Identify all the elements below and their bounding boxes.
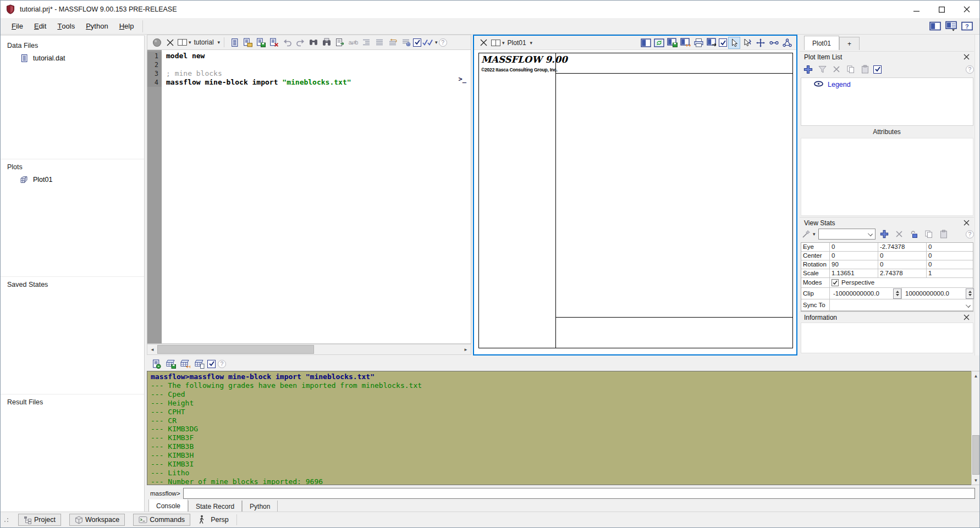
minimize-button[interactable]	[904, 1, 929, 18]
plot-item-list-help-icon[interactable]: ?	[966, 65, 974, 74]
stat-value-field[interactable]: 0	[927, 252, 973, 260]
console-input[interactable]	[183, 488, 975, 499]
stat-value-field[interactable]: 1.13651	[830, 269, 878, 278]
menu-item-file[interactable]: File	[6, 18, 29, 34]
print-plot-icon[interactable]	[692, 37, 704, 49]
find-in-files-icon[interactable]	[321, 36, 333, 48]
vscroll-up-arrow-icon[interactable]: ▲	[972, 371, 980, 380]
close-plot-pane-icon[interactable]	[477, 37, 489, 49]
export-plot-icon[interactable]	[706, 37, 718, 49]
tree-item-tutorial-dat[interactable]: tutorial.dat	[1, 52, 144, 64]
plot-item-legend-label[interactable]: Legend	[828, 81, 851, 88]
walk-mode-icon[interactable]	[198, 515, 205, 525]
rotate-mode-icon[interactable]	[781, 37, 793, 49]
plot-pane-title[interactable]: Plot01	[508, 39, 526, 47]
paste-view-icon[interactable]	[938, 228, 950, 240]
add-view-icon[interactable]	[878, 228, 890, 240]
control-panel-scrollbar[interactable]	[975, 35, 980, 355]
clip-max-spinner[interactable]	[966, 288, 974, 299]
save-plot-icon[interactable]	[666, 37, 678, 49]
stat-value-field[interactable]: -2.74378	[878, 243, 927, 252]
stat-value-field[interactable]: 0	[878, 260, 927, 269]
save-data-file-icon[interactable]	[255, 36, 267, 48]
saved-view-combobox[interactable]	[818, 229, 876, 240]
hscroll-thumb[interactable]	[157, 345, 314, 354]
editor-pane-title[interactable]: tutorial	[194, 38, 214, 46]
console-help-icon[interactable]: ?	[218, 360, 226, 368]
execute-sphere-icon[interactable]	[151, 36, 163, 48]
undo-icon[interactable]	[281, 36, 293, 48]
layout-panels-icon[interactable]	[929, 21, 941, 31]
commands-button[interactable]: Commands	[133, 514, 190, 526]
lock-view-icon[interactable]	[908, 228, 920, 240]
close-pane-icon[interactable]	[164, 36, 176, 48]
close-window-button[interactable]	[954, 1, 979, 18]
clip-min-spinner[interactable]	[893, 288, 901, 299]
split-pane-icon[interactable]: ▾	[177, 36, 191, 48]
maximize-button[interactable]	[929, 1, 954, 18]
plot-canvas[interactable]: MASSFLOW 9.00 ©2022 Itasca Consulting Gr…	[474, 50, 796, 354]
plot-item-list-close-icon[interactable]	[964, 54, 970, 60]
view-stats-help-icon[interactable]: ?	[966, 230, 974, 238]
stat-value-field[interactable]: 2.74378	[878, 269, 927, 278]
panel-tab-plot01[interactable]: Plot01	[804, 36, 839, 50]
menu-item-python[interactable]: Python	[80, 18, 113, 34]
perspective-checkbox[interactable]	[832, 279, 839, 286]
plot-layout-icon[interactable]	[640, 37, 652, 49]
close-data-file-icon[interactable]	[268, 36, 280, 48]
filter-items-icon[interactable]	[816, 63, 828, 75]
clip-max-field[interactable]: 10000000000.0	[904, 288, 966, 299]
stat-value-field[interactable]: 0	[830, 252, 878, 260]
stat-value-field[interactable]: 90	[830, 260, 878, 269]
vscroll-thumb[interactable]	[972, 435, 979, 475]
visibility-eye-icon[interactable]	[813, 81, 824, 88]
editor-option-checkbox[interactable]	[413, 38, 421, 47]
pan-crosshair-icon[interactable]	[755, 37, 767, 49]
editor-hscrollbar[interactable]: ◄ ►	[147, 344, 471, 355]
console-save-grid-icon[interactable]	[164, 358, 177, 370]
code-line[interactable]: massflow mine-block import "mineblocks.t…	[162, 78, 351, 87]
code-line[interactable]	[162, 60, 166, 69]
select-cursor-icon[interactable]	[728, 37, 740, 49]
open-data-file-icon[interactable]	[241, 36, 254, 48]
console-run-file-icon[interactable]	[150, 358, 162, 370]
hscroll-left-arrow-icon[interactable]: ◄	[147, 344, 157, 354]
query-cursor-icon[interactable]	[741, 37, 753, 49]
plot-item-checkbox[interactable]	[873, 65, 882, 74]
stat-value-field[interactable]: 0	[927, 260, 973, 269]
view-stats-close-icon[interactable]	[964, 220, 970, 226]
plot-pane-title-dropdown-icon[interactable]: ▾	[530, 40, 533, 46]
console-tab-console[interactable]: Console	[148, 499, 188, 513]
vscroll-down-arrow-icon[interactable]: ▼	[972, 476, 980, 485]
console-option-checkbox[interactable]	[207, 360, 216, 368]
view-wand-icon[interactable]: ▾	[802, 228, 816, 240]
editor-pane-title-dropdown-icon[interactable]: ▾	[218, 40, 221, 45]
indent-lines-icon[interactable]	[360, 36, 372, 48]
console-tab-state-record[interactable]: State Record	[188, 501, 242, 513]
replace-in-files-icon[interactable]	[334, 36, 346, 48]
new-data-file-icon[interactable]	[228, 36, 240, 48]
add-item-icon[interactable]	[802, 63, 814, 75]
stat-value-field[interactable]: 1	[927, 269, 973, 278]
plot-item-legend[interactable]: Legend	[801, 78, 973, 88]
project-button[interactable]: Project	[18, 514, 61, 526]
copy-view-icon[interactable]	[923, 228, 935, 240]
resize-grip-icon[interactable]	[2, 516, 10, 524]
menu-item-edit[interactable]: Edit	[29, 18, 52, 34]
editor-help-icon[interactable]: ?	[439, 38, 447, 47]
split-plot-pane-icon[interactable]: ▾	[491, 37, 505, 49]
stat-value-field[interactable]: 0	[927, 243, 973, 252]
hscroll-right-arrow-icon[interactable]: ►	[461, 344, 471, 354]
workspace-button[interactable]: Workspace	[69, 514, 125, 526]
measure-link-icon[interactable]	[768, 37, 780, 49]
refresh-plot-icon[interactable]	[653, 37, 665, 49]
clip-min-field[interactable]: -10000000000.0	[832, 288, 893, 299]
paste-item-icon[interactable]	[859, 63, 871, 75]
goto-line-icon[interactable]	[400, 36, 412, 48]
find-icon[interactable]	[307, 36, 320, 48]
format-lines-icon[interactable]	[373, 36, 386, 48]
sync-to-combobox[interactable]	[830, 299, 973, 311]
stat-value-field[interactable]: 0	[878, 252, 927, 260]
execute-checks-icon[interactable]: ▾	[422, 36, 438, 48]
menu-item-tools[interactable]: Tools	[52, 18, 80, 34]
